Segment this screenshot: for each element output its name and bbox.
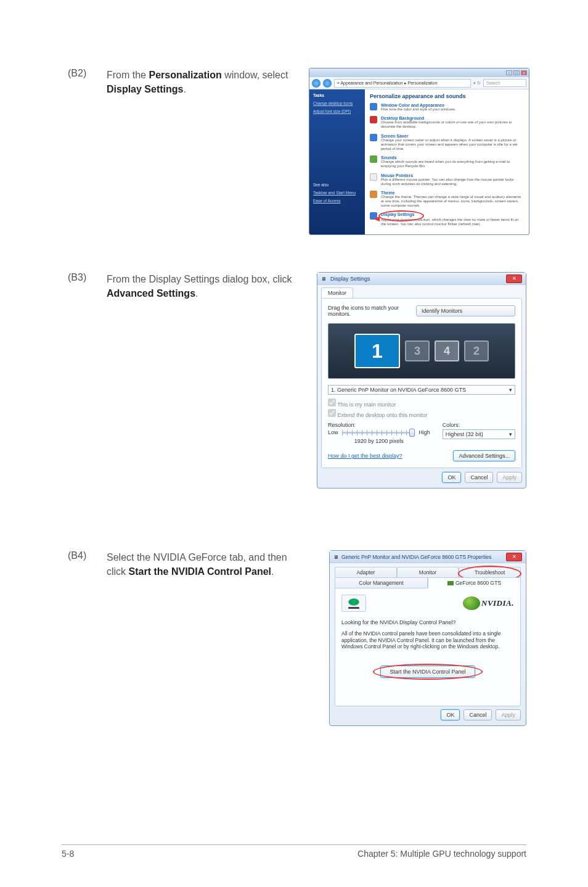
tab-strip: Monitor <box>317 285 526 298</box>
nvidia-eye-icon <box>341 595 366 612</box>
ok-button[interactable]: OK <box>441 709 460 720</box>
close-button[interactable]: x <box>521 70 527 75</box>
combo-value: 1. Generic PnP Monitor on NVIDIA GeForce… <box>331 387 466 393</box>
item-desc: Change your screen saver or adjust when … <box>381 138 524 152</box>
monitor-layout-area[interactable]: 1 3 4 2 <box>328 323 515 379</box>
slider-low: Low <box>328 429 338 435</box>
step-b2-text: From the Personalization window, select … <box>107 68 298 235</box>
apply-button[interactable]: Apply <box>497 472 522 483</box>
best-display-link[interactable]: How do I get the best display? <box>328 453 402 459</box>
start-nvidia-button[interactable]: Start the NVIDIA Control Panel <box>380 666 475 678</box>
window-buttons: – □ x <box>506 70 527 75</box>
desktop-bg-icon <box>370 116 377 123</box>
monitor-1[interactable]: 1 <box>354 334 400 368</box>
check-label: This is my main monitor <box>337 402 396 408</box>
ok-button[interactable]: OK <box>442 472 461 483</box>
tab-monitor[interactable]: Monitor <box>397 567 459 577</box>
nvidia-description: All of the NVIDIA control panels have be… <box>341 630 514 650</box>
text: From the <box>107 70 149 80</box>
item-window-color[interactable]: Window Color and AppearanceFine tune the… <box>370 103 524 112</box>
minimize-button[interactable]: – <box>506 70 512 75</box>
tab-color-management[interactable]: Color Management <box>335 577 428 588</box>
close-button[interactable]: ✕ <box>506 274 522 283</box>
item-title: Theme <box>381 191 524 195</box>
tab-panel: NVIDIA. Looking for the NVIDIA Display C… <box>335 588 521 706</box>
sidebar-ease-of-access[interactable]: Ease of Access <box>313 199 361 203</box>
breadcrumb[interactable]: « Appearance and Personalization ▸ Perso… <box>334 79 471 88</box>
resolution-label: Resolution: <box>328 422 430 428</box>
dialog-footer: OK Cancel Apply <box>330 707 526 720</box>
item-title: Desktop Background <box>381 116 524 120</box>
sidebar-change-icons[interactable]: Change desktop icons <box>313 101 361 105</box>
cancel-button[interactable]: Cancel <box>465 472 493 483</box>
maximize-button[interactable]: □ <box>513 70 520 75</box>
sidebar-taskbar[interactable]: Taskbar and Start Menu <box>313 191 361 195</box>
tab-adapter[interactable]: Adapter <box>335 567 397 577</box>
item-display-settings[interactable]: Display SettingsAdjust your monitor reso… <box>370 212 524 226</box>
item-screen-saver[interactable]: Screen SaverChange your screen saver or … <box>370 134 524 152</box>
step-b4-text: Select the NVIDIA GeForce tab, and then … <box>107 550 298 726</box>
item-sounds[interactable]: SoundsChange which sounds are heard when… <box>370 155 524 168</box>
nav-forward-icon[interactable] <box>323 79 332 88</box>
identify-monitors-button[interactable]: Identify Monitors <box>416 305 515 316</box>
sidebar-adjust-font[interactable]: Adjust font size (DPI) <box>313 109 361 113</box>
step-b3-text: From the Display Settings dialog box, cl… <box>107 272 298 489</box>
window-title: Generic PnP Monitor and NVIDIA GeForce 8… <box>341 554 504 560</box>
advanced-settings-button[interactable]: Advanced Settings... <box>453 450 515 461</box>
page-footer: 5-8 Chapter 5: Multiple GPU technology s… <box>62 844 526 859</box>
monitor-4[interactable]: 4 <box>435 340 459 361</box>
slider-high: High <box>419 429 430 435</box>
tab-monitor[interactable]: Monitor <box>321 287 353 298</box>
drag-instruction: Drag the icons to match your monitors. <box>328 305 416 317</box>
tab-label: GeForce 8600 GTS <box>455 580 501 586</box>
item-desc: Choose from available backgrounds or col… <box>381 120 524 129</box>
bold-display-settings: Display Settings <box>107 84 183 94</box>
sidebar-tasks-header: Tasks <box>313 93 361 97</box>
monitor-select[interactable]: 1. Generic PnP Monitor on NVIDIA GeForce… <box>328 385 515 395</box>
nvidia-logo: NVIDIA. <box>463 596 514 610</box>
looking-for-text: Looking for the NVIDIA Display Control P… <box>341 619 514 625</box>
item-title: Display Settings <box>381 212 524 217</box>
item-desktop-background[interactable]: Desktop BackgroundChoose from available … <box>370 116 524 129</box>
search-input[interactable]: Search <box>483 79 526 87</box>
item-desc: Fine tune the color and style of your wi… <box>381 107 456 112</box>
tab-troubleshoot[interactable]: Troubleshoot <box>459 567 521 577</box>
text: . <box>271 566 274 577</box>
check-label: Extend the desktop onto this monitor <box>338 412 428 418</box>
start-button-wrap: Start the NVIDIA Control Panel <box>341 669 514 675</box>
screen-saver-icon <box>370 134 377 141</box>
step-b2: (B2) From the Personalization window, se… <box>68 68 526 235</box>
colors-column: Colors: Highest (32 bit) ▾ <box>443 422 515 444</box>
window-titlebar: 🖥 Display Settings ✕ <box>317 273 526 285</box>
item-mouse-pointers[interactable]: Mouse PointersPick a different mouse poi… <box>370 173 524 186</box>
checkbox <box>328 409 336 417</box>
tab-geforce[interactable]: GeForce 8600 GTS <box>428 577 521 588</box>
monitor-2[interactable]: 2 <box>464 340 489 361</box>
step-b2-label: (B2) <box>68 68 96 235</box>
close-button[interactable]: ✕ <box>506 553 522 561</box>
page-number: 5-8 <box>62 849 74 859</box>
display-settings-window: 🖥 Display Settings ✕ Monitor Drag the ic… <box>317 272 526 489</box>
item-title: Mouse Pointers <box>381 173 524 178</box>
apply-button[interactable]: Apply <box>496 709 521 720</box>
panel-bottom: How do I get the best display? Advanced … <box>328 450 515 461</box>
item-theme[interactable]: ThemeChange the theme. Themes can change… <box>370 191 524 208</box>
cancel-button[interactable]: Cancel <box>463 709 492 720</box>
text: From the Display Settings dialog box, cl… <box>107 274 292 284</box>
sidebar: Tasks Change desktop icons Adjust font s… <box>309 89 365 234</box>
colors-label: Colors: <box>443 422 515 428</box>
text: . <box>195 288 198 299</box>
nav-back-icon[interactable] <box>312 79 321 88</box>
drag-row: Drag the icons to match your monitors. I… <box>328 305 515 317</box>
monitor-3[interactable]: 3 <box>405 340 430 361</box>
nvidia-swirl-icon <box>463 596 480 610</box>
window-titlebar: 🖥 Generic PnP Monitor and NVIDIA GeForce… <box>330 551 526 563</box>
screenshot-personalization: – □ x « Appearance and Personalization ▸… <box>309 68 529 235</box>
resolution-value: 1920 by 1200 pixels <box>328 438 430 444</box>
settings-columns: Resolution: Low High 1920 by 1200 pixels… <box>328 422 515 444</box>
sidebar-see-also: See also <box>313 183 361 187</box>
resolution-slider[interactable]: Low High <box>328 429 430 435</box>
slider-thumb[interactable] <box>409 429 415 437</box>
colors-select[interactable]: Highest (32 bit) ▾ <box>443 429 515 439</box>
mouse-icon <box>370 173 377 181</box>
